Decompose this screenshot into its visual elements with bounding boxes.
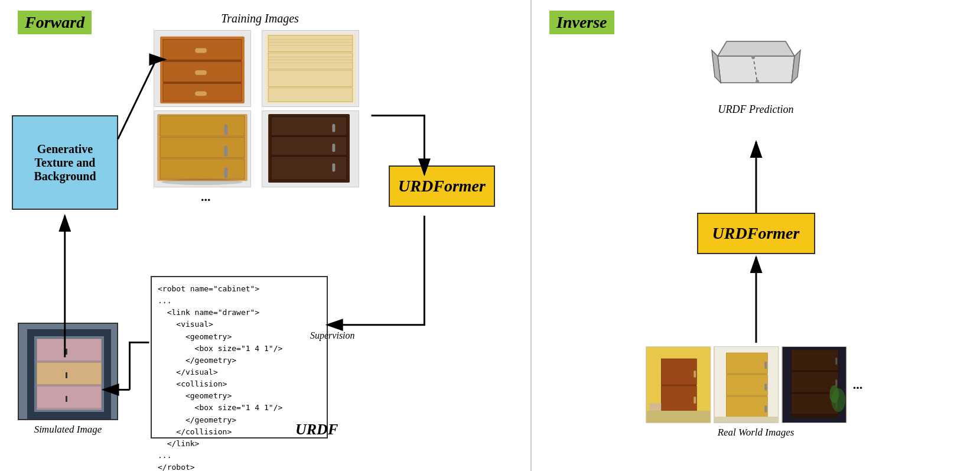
svg-rect-22 [160, 137, 245, 157]
urdf-pred-svg [709, 27, 803, 98]
svg-rect-12 [268, 70, 353, 87]
urdf-prediction-container: URDF Prediction [709, 27, 803, 116]
svg-rect-43 [66, 396, 67, 402]
simulated-image-label: Simulated Image [18, 424, 118, 436]
urdf-code-text: <robot name="cabinet"> ... <link name="d… [158, 283, 321, 471]
svg-rect-69 [764, 405, 767, 412]
svg-rect-38 [37, 339, 102, 361]
svg-marker-47 [718, 41, 795, 56]
training-img-1 [154, 30, 251, 107]
svg-rect-29 [271, 117, 347, 136]
svg-rect-41 [66, 349, 67, 355]
training-img-4 [262, 111, 359, 187]
svg-rect-11 [268, 53, 353, 69]
svg-rect-56 [661, 359, 696, 385]
svg-rect-64 [726, 353, 767, 373]
svg-rect-68 [764, 384, 767, 391]
real-img-3 [782, 346, 846, 423]
svg-rect-5 [195, 70, 207, 75]
svg-rect-76 [835, 358, 837, 365]
svg-rect-24 [224, 125, 227, 135]
svg-marker-48 [718, 56, 795, 83]
svg-rect-40 [37, 386, 102, 408]
svg-rect-21 [160, 116, 245, 136]
forward-title: Forward [18, 11, 92, 34]
svg-rect-8 [163, 82, 242, 84]
training-images-grid [154, 30, 366, 187]
simulated-image [18, 323, 118, 420]
training-img-2 [262, 30, 359, 107]
real-world-images-row: ... [646, 346, 867, 423]
urdformer-box-right: URDFormer [697, 213, 815, 254]
urdformer-box-left: URDFormer [389, 165, 495, 207]
real-img-2 [714, 346, 779, 423]
svg-rect-32 [332, 124, 335, 132]
svg-rect-7 [163, 60, 242, 61]
svg-rect-66 [726, 397, 767, 418]
svg-point-80 [829, 385, 839, 403]
svg-rect-13 [268, 87, 353, 102]
urdformer-left-label: URDFormer [398, 177, 486, 196]
svg-rect-25 [224, 146, 227, 157]
real-world-dots: ... [849, 377, 867, 392]
gen-texture-label: Generative Texture and Background [19, 142, 111, 183]
svg-rect-26 [224, 168, 227, 178]
svg-rect-4 [195, 48, 207, 53]
svg-rect-77 [835, 379, 837, 386]
svg-rect-39 [37, 362, 102, 385]
svg-rect-33 [332, 144, 335, 152]
svg-rect-42 [66, 372, 67, 378]
inverse-label: Inverse [549, 11, 614, 34]
svg-rect-34 [332, 164, 335, 172]
svg-rect-23 [160, 159, 245, 179]
svg-rect-73 [791, 350, 838, 371]
svg-rect-6 [195, 91, 207, 96]
training-dots: ... [201, 189, 211, 204]
urdf-label-text: URDF [295, 421, 338, 438]
main-container: Forward Training Images [0, 0, 980, 471]
real-world-container: ... Real World Images [646, 346, 867, 438]
svg-rect-57 [661, 386, 696, 412]
svg-point-52 [751, 56, 755, 59]
gen-texture-box: Generative Texture and Background [12, 115, 118, 210]
simulated-image-container: Simulated Image [18, 323, 118, 436]
inverse-title: Inverse [549, 11, 614, 34]
svg-rect-61 [646, 411, 711, 423]
svg-point-27 [161, 179, 243, 185]
svg-rect-30 [271, 137, 347, 155]
forward-label: Forward [18, 11, 92, 34]
svg-point-53 [756, 80, 759, 83]
urdf-title-label: URDF [295, 421, 338, 438]
supervision-text: Supervision [310, 330, 355, 340]
real-world-label: Real World Images [646, 427, 867, 438]
training-images-title: Training Images [154, 12, 366, 25]
training-img-3 [154, 111, 251, 187]
left-panel: Forward Training Images [0, 0, 532, 471]
supervision-label: Supervision [310, 330, 355, 341]
training-images-section: Training Images [154, 12, 366, 187]
real-img-1 [646, 346, 711, 423]
svg-rect-65 [726, 375, 767, 395]
svg-rect-67 [764, 362, 767, 369]
svg-rect-58 [694, 371, 696, 378]
svg-rect-10 [268, 35, 353, 52]
svg-rect-70 [714, 417, 779, 423]
urdf-prediction-label: URDF Prediction [709, 103, 803, 116]
right-panel: Inverse URDF Prediction [532, 0, 980, 471]
urdformer-right-label: URDFormer [712, 224, 800, 243]
urdf-code-box: <robot name="cabinet"> ... <link name="d… [151, 276, 328, 438]
svg-rect-31 [271, 157, 347, 180]
svg-rect-59 [694, 397, 696, 404]
